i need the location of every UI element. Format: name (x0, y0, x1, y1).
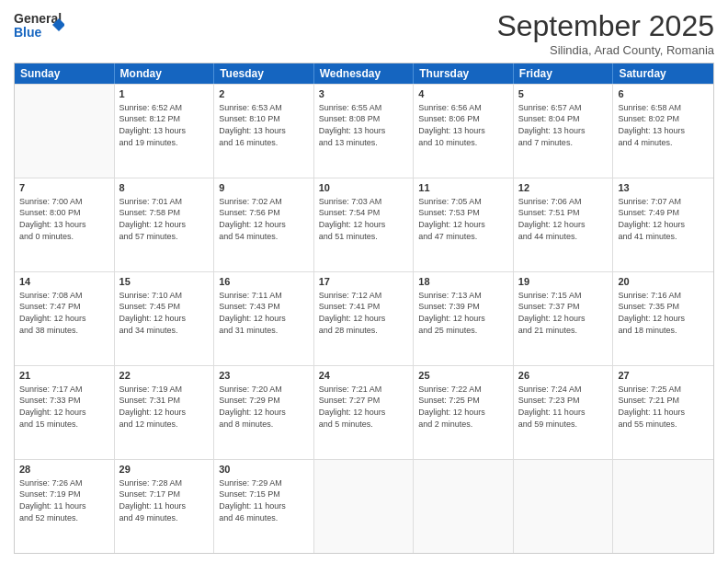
day-info: Sunrise: 7:24 AMSunset: 7:23 PMDaylight:… (518, 384, 609, 430)
day-info: Sunrise: 7:13 AMSunset: 7:39 PMDaylight:… (418, 290, 508, 336)
cal-cell: 30Sunrise: 7:29 AMSunset: 7:15 PMDayligh… (214, 460, 314, 553)
header-day-thursday: Thursday (414, 63, 514, 84)
day-info: Sunrise: 7:05 AMSunset: 7:53 PMDaylight:… (418, 196, 508, 242)
title-block: September 2025 Silindia, Arad County, Ro… (496, 9, 714, 57)
day-info: Sunrise: 6:55 AMSunset: 8:08 PMDaylight:… (319, 102, 409, 148)
cal-cell: 2Sunrise: 6:53 AMSunset: 8:10 PMDaylight… (214, 85, 314, 178)
day-info: Sunrise: 7:20 AMSunset: 7:29 PMDaylight:… (219, 384, 309, 430)
day-info: Sunrise: 7:29 AMSunset: 7:15 PMDaylight:… (219, 477, 309, 523)
day-info: Sunrise: 7:06 AMSunset: 7:51 PMDaylight:… (518, 196, 609, 242)
day-info: Sunrise: 7:11 AMSunset: 7:43 PMDaylight:… (219, 290, 309, 336)
cal-cell: 25Sunrise: 7:22 AMSunset: 7:25 PMDayligh… (414, 366, 514, 459)
day-info: Sunrise: 7:03 AMSunset: 7:54 PMDaylight:… (319, 196, 409, 242)
day-info: Sunrise: 7:17 AMSunset: 7:33 PMDaylight:… (19, 384, 109, 430)
day-number: 9 (219, 181, 309, 195)
day-info: Sunrise: 7:28 AMSunset: 7:17 PMDaylight:… (119, 477, 210, 523)
day-info: Sunrise: 7:15 AMSunset: 7:37 PMDaylight:… (518, 290, 609, 336)
cal-cell: 19Sunrise: 7:15 AMSunset: 7:37 PMDayligh… (514, 272, 614, 365)
cal-cell: 3Sunrise: 6:55 AMSunset: 8:08 PMDaylight… (314, 85, 415, 178)
day-number: 18 (418, 275, 508, 289)
day-number: 8 (119, 181, 210, 195)
cal-cell: 8Sunrise: 7:01 AMSunset: 7:58 PMDaylight… (115, 178, 215, 271)
day-number: 1 (119, 87, 210, 101)
day-number: 7 (19, 181, 109, 195)
cal-cell: 4Sunrise: 6:56 AMSunset: 8:06 PMDaylight… (414, 85, 514, 178)
cal-cell: 9Sunrise: 7:02 AMSunset: 7:56 PMDaylight… (214, 178, 314, 271)
day-info: Sunrise: 7:08 AMSunset: 7:47 PMDaylight:… (19, 290, 109, 336)
day-number: 6 (618, 87, 709, 101)
week-row-5: 28Sunrise: 7:26 AMSunset: 7:19 PMDayligh… (15, 459, 713, 553)
day-number: 15 (119, 275, 210, 289)
cal-cell: 20Sunrise: 7:16 AMSunset: 7:35 PMDayligh… (613, 272, 713, 365)
header-day-sunday: Sunday (15, 63, 115, 84)
cal-cell: 5Sunrise: 6:57 AMSunset: 8:04 PMDaylight… (514, 85, 614, 178)
day-number: 22 (119, 369, 210, 383)
day-number: 3 (319, 87, 409, 101)
cal-cell (514, 460, 614, 553)
day-info: Sunrise: 7:00 AMSunset: 8:00 PMDaylight:… (19, 196, 109, 242)
calendar: SundayMondayTuesdayWednesdayThursdayFrid… (14, 63, 714, 554)
day-number: 30 (219, 463, 309, 477)
cal-cell: 26Sunrise: 7:24 AMSunset: 7:23 PMDayligh… (514, 366, 614, 459)
cal-cell: 7Sunrise: 7:00 AMSunset: 8:00 PMDaylight… (15, 178, 115, 271)
week-row-1: 1Sunrise: 6:52 AMSunset: 8:12 PMDaylight… (15, 84, 713, 178)
cal-cell: 28Sunrise: 7:26 AMSunset: 7:19 PMDayligh… (15, 460, 115, 553)
week-row-3: 14Sunrise: 7:08 AMSunset: 7:47 PMDayligh… (15, 271, 713, 365)
day-info: Sunrise: 7:22 AMSunset: 7:25 PMDaylight:… (418, 384, 508, 430)
week-row-2: 7Sunrise: 7:00 AMSunset: 8:00 PMDaylight… (15, 178, 713, 271)
month-title: September 2025 (496, 9, 714, 43)
day-number: 23 (219, 369, 309, 383)
cal-cell (414, 460, 514, 553)
header-day-friday: Friday (514, 63, 614, 84)
cal-cell (314, 460, 415, 553)
day-info: Sunrise: 6:58 AMSunset: 8:02 PMDaylight:… (618, 102, 709, 148)
day-info: Sunrise: 7:01 AMSunset: 7:58 PMDaylight:… (119, 196, 210, 242)
header-day-monday: Monday (115, 63, 215, 84)
day-info: Sunrise: 7:16 AMSunset: 7:35 PMDaylight:… (618, 290, 709, 336)
day-number: 12 (518, 181, 609, 195)
cal-cell: 10Sunrise: 7:03 AMSunset: 7:54 PMDayligh… (314, 178, 415, 271)
day-info: Sunrise: 7:26 AMSunset: 7:19 PMDaylight:… (19, 477, 109, 523)
day-number: 4 (418, 87, 508, 101)
day-number: 21 (19, 369, 109, 383)
cal-cell (613, 460, 713, 553)
cal-cell: 1Sunrise: 6:52 AMSunset: 8:12 PMDaylight… (115, 85, 215, 178)
cal-cell: 22Sunrise: 7:19 AMSunset: 7:31 PMDayligh… (115, 366, 215, 459)
day-number: 19 (518, 275, 609, 289)
day-number: 20 (618, 275, 709, 289)
day-info: Sunrise: 6:57 AMSunset: 8:04 PMDaylight:… (518, 102, 609, 148)
day-info: Sunrise: 7:12 AMSunset: 7:41 PMDaylight:… (319, 290, 409, 336)
header-day-tuesday: Tuesday (214, 63, 314, 84)
calendar-body: 1Sunrise: 6:52 AMSunset: 8:12 PMDaylight… (15, 84, 713, 553)
day-number: 14 (19, 275, 109, 289)
day-number: 11 (418, 181, 508, 195)
day-number: 2 (219, 87, 309, 101)
header-day-wednesday: Wednesday (314, 63, 415, 84)
logo-svg: General Blue (14, 9, 64, 42)
page: General Blue September 2025 Silindia, Ar… (0, 0, 728, 563)
cal-cell: 13Sunrise: 7:07 AMSunset: 7:49 PMDayligh… (613, 178, 713, 271)
day-info: Sunrise: 7:25 AMSunset: 7:21 PMDaylight:… (618, 384, 709, 430)
day-number: 5 (518, 87, 609, 101)
svg-text:Blue: Blue (14, 25, 42, 40)
location: Silindia, Arad County, Romania (496, 43, 714, 57)
cal-cell: 12Sunrise: 7:06 AMSunset: 7:51 PMDayligh… (514, 178, 614, 271)
cal-cell (15, 85, 115, 178)
cal-cell: 11Sunrise: 7:05 AMSunset: 7:53 PMDayligh… (414, 178, 514, 271)
cal-cell: 27Sunrise: 7:25 AMSunset: 7:21 PMDayligh… (613, 366, 713, 459)
day-info: Sunrise: 7:21 AMSunset: 7:27 PMDaylight:… (319, 384, 409, 430)
day-info: Sunrise: 7:19 AMSunset: 7:31 PMDaylight:… (119, 384, 210, 430)
cal-cell: 23Sunrise: 7:20 AMSunset: 7:29 PMDayligh… (214, 366, 314, 459)
header-day-saturday: Saturday (613, 63, 713, 84)
day-info: Sunrise: 6:56 AMSunset: 8:06 PMDaylight:… (418, 102, 508, 148)
day-info: Sunrise: 7:07 AMSunset: 7:49 PMDaylight:… (618, 196, 709, 242)
day-info: Sunrise: 6:53 AMSunset: 8:10 PMDaylight:… (219, 102, 309, 148)
cal-cell: 16Sunrise: 7:11 AMSunset: 7:43 PMDayligh… (214, 272, 314, 365)
day-number: 26 (518, 369, 609, 383)
day-number: 25 (418, 369, 508, 383)
day-number: 28 (19, 463, 109, 477)
cal-cell: 24Sunrise: 7:21 AMSunset: 7:27 PMDayligh… (314, 366, 415, 459)
day-number: 16 (219, 275, 309, 289)
cal-cell: 17Sunrise: 7:12 AMSunset: 7:41 PMDayligh… (314, 272, 415, 365)
cal-cell: 21Sunrise: 7:17 AMSunset: 7:33 PMDayligh… (15, 366, 115, 459)
